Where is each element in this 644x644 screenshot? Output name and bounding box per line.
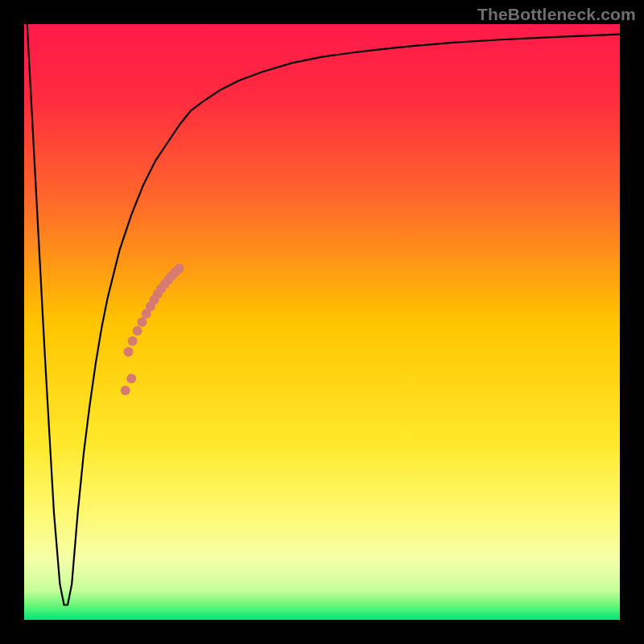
plot-area <box>24 24 620 620</box>
marker-dot <box>138 317 147 327</box>
marker-dot <box>128 336 138 346</box>
marker-dot <box>174 263 184 273</box>
marker-dot <box>133 326 142 336</box>
marker-dot <box>124 347 134 357</box>
chart-frame: TheBottleneck.com <box>0 0 644 644</box>
marker-dot <box>126 374 136 383</box>
chart-svg <box>24 24 620 620</box>
marker-dot <box>121 386 130 395</box>
gradient-background <box>24 24 620 620</box>
watermark-text: TheBottleneck.com <box>477 5 636 24</box>
